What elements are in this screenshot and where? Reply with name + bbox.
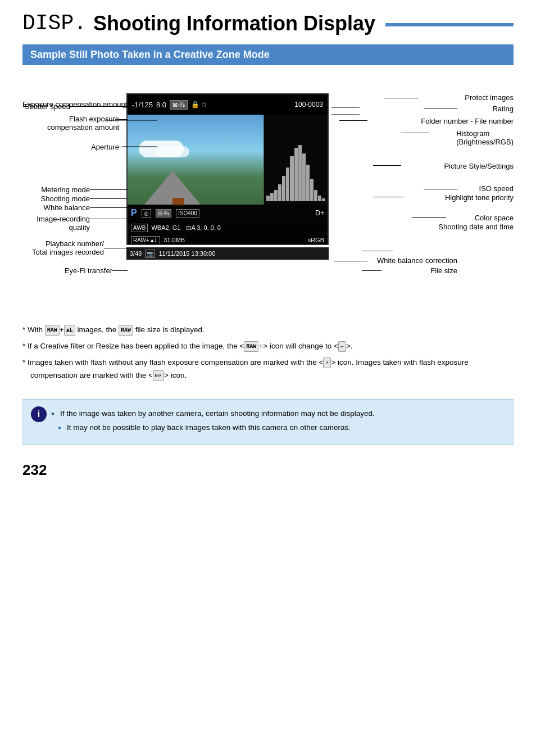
diagram-area: -1/125 8.0 ⊠-²⁄₃ 🔒 ☆ 100-0003 P ◎ ⊟-²⁄₃ … <box>22 76 514 313</box>
line-aperture <box>119 147 128 147</box>
playback-number: 3/48 <box>130 250 142 257</box>
raw-badge-2: RAW <box>119 325 133 336</box>
line-wb-correction <box>334 261 367 261</box>
color-space-value: sRGB <box>308 237 324 243</box>
page-number: 232 <box>22 461 514 479</box>
raw-badge-1: RAW <box>45 325 60 336</box>
notes-section: With RAW+▲L images, the RAW file size is… <box>22 324 514 382</box>
highlight-priority: D+ <box>315 209 324 217</box>
ann-file-size: File size <box>430 266 457 275</box>
ann-date-time: Shooting date and time <box>438 223 514 231</box>
flash-comp-badge: ⊟-²⁄₃ <box>156 209 171 218</box>
ann-shooting-mode: Shooting mode <box>22 194 90 203</box>
note-1: With RAW+▲L images, the RAW file size is… <box>22 324 514 337</box>
rating-icon: ☆ <box>201 101 207 108</box>
ann-wb: White balance <box>22 203 90 212</box>
folder-file: 100-0003 <box>294 101 323 108</box>
wb-correction-value: WBA2, G1 <box>151 224 180 231</box>
quality-badge: RAW+▲L <box>131 236 160 245</box>
ann-aperture: Aperture <box>70 143 119 151</box>
line-iso <box>424 189 457 189</box>
file-size-value: 31.0MB <box>163 237 185 243</box>
info-item-2: It may not be possible to play back imag… <box>51 422 504 434</box>
exposure-comp-badge: ⊠-²⁄₃ <box>170 100 188 110</box>
wb-badge: AWB <box>131 224 148 232</box>
ann-rating: Rating <box>492 105 514 113</box>
line-histogram <box>401 133 429 133</box>
histogram-area <box>264 115 328 205</box>
line-quality <box>90 219 128 219</box>
line-shooting-mode <box>90 198 128 199</box>
metering-icon: ◎ <box>142 209 151 218</box>
ann-protect: Protect images <box>465 93 514 102</box>
cloud2 <box>156 146 189 157</box>
ann-wb-correction: White balance correction <box>377 256 457 265</box>
line-folder-file <box>339 120 367 121</box>
histogram-bars <box>266 145 325 201</box>
ann-folder-file: Folder number - File number <box>421 117 514 125</box>
shutter-value: -1/125 <box>132 101 153 109</box>
info-list: If the image was taken by another camera… <box>51 408 504 434</box>
ann-playback: Playback number/Total images recorded <box>22 239 104 256</box>
quality-row: RAW+▲L 31.0MB sRGB <box>128 234 328 245</box>
mid-bar: P ◎ ⊟-²⁄₃ ISO400 D+ <box>128 205 328 221</box>
flash-comp-badge: ⊟⚡ <box>153 370 164 381</box>
date-row: 3/48 📷 11/11/2015 13:30:00 <box>126 247 329 260</box>
ann-picture-style: Picture Style/Settings <box>444 162 514 170</box>
line-shutter <box>70 106 126 107</box>
ann-shutter: Shutter speed <box>22 102 70 111</box>
camera-screen: -1/125 8.0 ⊠-²⁄₃ 🔒 ☆ 100-0003 P ◎ ⊟-²⁄₃ … <box>126 93 329 245</box>
line-date-time <box>362 251 393 251</box>
icons-area: 🔒 ☆ <box>191 101 207 108</box>
line-picture-style <box>373 165 401 166</box>
date-icon: 📷 <box>145 250 155 258</box>
line-highlight <box>373 197 404 197</box>
ann-highlight: Highlight tone priority <box>445 193 514 202</box>
line-eyefi <box>112 270 128 271</box>
section-heading: Sample Still Photo Taken in a Creative Z… <box>22 44 514 65</box>
line-color-space <box>412 217 446 218</box>
header-line <box>385 23 514 26</box>
disp-label: DISP. <box>22 11 87 35</box>
ann-color-space: Color space <box>475 214 514 222</box>
ann-metering: Metering mode <box>22 185 90 194</box>
iso-value: ISO400 <box>176 209 199 218</box>
ann-eyefi: Eye-Fi transfer <box>45 266 112 275</box>
date-time-value: 11/11/2015 13:30:00 <box>158 250 215 257</box>
ann-quality: Image-recordingquality <box>22 215 90 232</box>
page-title: Shooting Information Display <box>93 12 375 35</box>
note-3: Images taken with flash without any flas… <box>22 356 514 382</box>
l-badge: ▲L <box>64 325 75 336</box>
shooting-mode: P <box>131 208 137 218</box>
ann-flash-exp: Flash exposurecompensation amount <box>22 115 119 132</box>
note-2: If a Creative filter or Resize has been … <box>22 340 514 353</box>
photo-background <box>128 115 264 205</box>
line-rating <box>424 108 457 108</box>
line-metering <box>90 189 128 190</box>
top-bar: -1/125 8.0 ⊠-²⁄₃ 🔒 ☆ 100-0003 <box>128 94 328 115</box>
protect-icon: 🔒 <box>191 101 199 108</box>
info-item-1: If the image was taken by another camera… <box>51 408 504 420</box>
ann-histogram: Histogram(Brightness/RGB) <box>456 129 514 146</box>
color-correction-value: ⊟A 3, 0, 0, 0 <box>186 224 221 232</box>
line-flash-exp <box>119 119 128 120</box>
raw-badge-3: RAW <box>244 341 258 352</box>
ann-iso: ISO speed <box>479 184 514 193</box>
flash-icon-badge: ⚡ <box>323 357 331 368</box>
resize-badge: ✏ <box>338 341 346 352</box>
info-icon: i <box>31 406 47 422</box>
line-playback <box>104 248 128 248</box>
info-box: i If the image was taken by another came… <box>22 399 514 445</box>
aperture-value: 8.0 <box>156 101 166 109</box>
page-header: DISP. Shooting Information Display <box>22 11 514 35</box>
line-protect <box>384 98 418 98</box>
line-wb <box>90 207 128 208</box>
wb-row: AWB WBA2, G1 ⊟A 3, 0, 0, 0 <box>128 221 328 234</box>
line-file-size <box>362 270 381 271</box>
